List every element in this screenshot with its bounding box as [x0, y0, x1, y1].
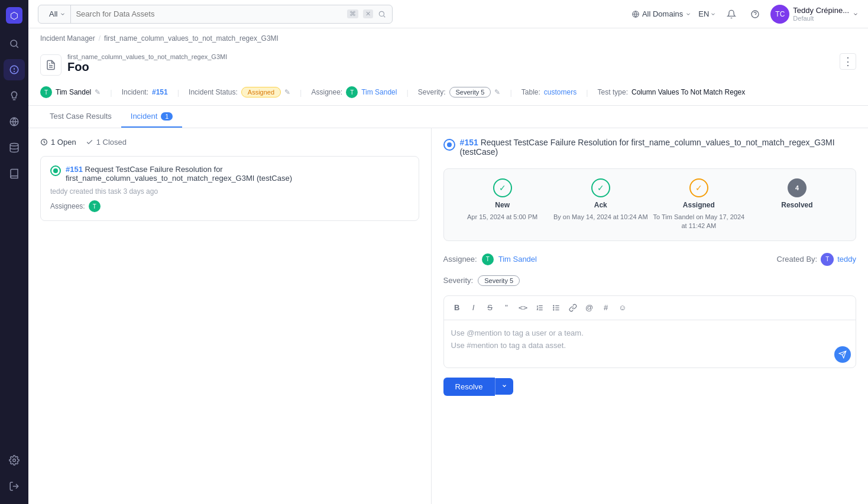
incident-card-assignees: Assignees: T	[50, 200, 409, 212]
step-assigned-icon: ✓	[689, 178, 708, 197]
creator-avatar: T	[821, 253, 834, 266]
step-ack-name: Ack	[594, 201, 607, 209]
resolve-dropdown-button[interactable]	[495, 378, 513, 395]
user-details: Teddy Crépine... Default	[793, 6, 849, 22]
meta-table: Table: customers	[522, 88, 576, 96]
detail-severity-row: Severity: Severity 5	[443, 275, 856, 286]
tab-test-case-label: Test Case Results	[50, 112, 112, 121]
globe-icon[interactable]	[4, 111, 25, 132]
edit-user-icon[interactable]: ✎	[95, 88, 101, 96]
all-dropdown[interactable]: All	[44, 5, 71, 23]
clock-icon	[40, 138, 48, 146]
check-icon	[86, 138, 93, 146]
edit-status-icon[interactable]: ✎	[284, 88, 290, 96]
bell-icon[interactable]	[723, 6, 740, 22]
svg-point-26	[553, 307, 553, 308]
domain-selector[interactable]: All Domains	[631, 9, 691, 18]
tab-incident-label: Incident	[131, 112, 158, 121]
svg-point-27	[553, 310, 553, 310]
tab-incident[interactable]: Incident 1	[121, 106, 183, 128]
editor-body[interactable]: Use @mention to tag a user or a team. Us…	[444, 320, 856, 368]
meta-status: Incident Status: Assigned ✎	[189, 87, 290, 97]
hashtag-button[interactable]: #	[599, 301, 613, 315]
tabs: Test Case Results Incident 1	[28, 106, 868, 128]
table-value[interactable]: customers	[544, 88, 576, 96]
assignee-name[interactable]: Tim Sandel	[361, 88, 397, 96]
strikethrough-button[interactable]: S	[483, 301, 497, 315]
unordered-list-button[interactable]	[549, 301, 563, 315]
search-icon	[378, 10, 386, 18]
assignees-label: Assignees:	[50, 202, 85, 210]
detail-meta-left: Assignee: T Tim Sandel	[443, 253, 537, 265]
logout-icon[interactable]	[4, 476, 25, 497]
more-options-button[interactable]: ⋮	[840, 53, 856, 70]
ordered-list-button[interactable]	[533, 301, 547, 315]
step-assigned-date: To Tim Sandel on May 17, 2024 at 11:42 A…	[650, 213, 748, 231]
severity-label: Severity:	[418, 88, 446, 96]
editor-toolbar: B I S " <> @	[444, 296, 856, 320]
search-sidebar-icon[interactable]	[4, 33, 25, 54]
tab-test-case[interactable]: Test Case Results	[40, 106, 121, 128]
settings-icon[interactable]	[4, 450, 25, 471]
book-icon[interactable]	[4, 163, 25, 184]
bulb-icon[interactable]	[4, 85, 25, 106]
detail-assignee-label: Assignee:	[443, 255, 477, 264]
resolve-btn-group: Resolve	[443, 378, 856, 396]
svg-point-0	[11, 40, 17, 47]
resolve-button[interactable]: Resolve	[443, 378, 495, 396]
detail-assignee-name[interactable]: Tim Sandel	[498, 255, 537, 264]
emoji-button[interactable]: ☺	[616, 301, 630, 315]
page-title-name: first_name_column_values_to_not_match_re…	[67, 53, 227, 60]
search-bar[interactable]: All ⌘ ✕	[38, 5, 393, 24]
creator-name[interactable]: teddy	[837, 255, 856, 264]
quote-button[interactable]: "	[500, 301, 514, 315]
link-button[interactable]	[566, 301, 580, 315]
detail-incident-id: #151	[460, 138, 478, 147]
meta-assignee: Assignee: T Tim Sandel	[311, 86, 397, 98]
meta-row: T Tim Sandel ✎ | Incident: #151 | Incide…	[28, 83, 868, 106]
assignee-label: Assignee:	[311, 88, 342, 96]
placeholder-line2: Use #mention to tag a data asset.	[451, 340, 848, 352]
incident-label: Incident:	[122, 88, 148, 96]
step-ack: ✓ Ack By on May 14, 2024 at 10:24 AM	[552, 178, 650, 231]
incident-status-badge[interactable]: Assigned	[241, 87, 281, 97]
search-input[interactable]	[76, 9, 342, 18]
incident-icon[interactable]	[4, 59, 25, 80]
page: Incident Manager / first_name_column_val…	[28, 28, 868, 504]
step-new: ✓ New Apr 15, 2024 at 5:00 PM	[454, 178, 552, 231]
meta-test-type: Test type: Column Values To Not Match Re…	[598, 88, 746, 96]
body-split: 1 Open 1 Closed #151 Request T	[28, 128, 868, 504]
user-name: Teddy Crépine...	[793, 6, 849, 15]
logo-icon[interactable]: ⬡	[6, 7, 22, 24]
step-resolved-name: Resolved	[781, 201, 812, 209]
edit-severity-icon[interactable]: ✎	[494, 88, 500, 96]
all-label: All	[49, 9, 57, 18]
code-button[interactable]: <>	[516, 301, 530, 315]
page-title-main: Foo	[67, 60, 227, 74]
step-new-date: Apr 15, 2024 at 5:00 PM	[467, 213, 537, 222]
meta-user-avatar: T	[40, 86, 52, 98]
bold-button[interactable]: B	[450, 301, 464, 315]
user-info[interactable]: TC Teddy Crépine... Default	[770, 5, 859, 24]
incident-card-meta: teddy created this task 3 days ago	[50, 187, 409, 196]
main-content: All ⌘ ✕ All Domains EN	[28, 0, 868, 504]
lang-selector[interactable]: EN	[698, 9, 716, 18]
incident-card[interactable]: #151 Request TestCase Failure Resolution…	[40, 156, 419, 221]
database-icon[interactable]	[4, 137, 25, 158]
status-steps: ✓ New Apr 15, 2024 at 5:00 PM ✓ Ack By o…	[443, 168, 856, 241]
incident-assignee-avatar: T	[89, 200, 101, 212]
test-type-label: Test type:	[598, 88, 628, 96]
right-panel: #151 Request TestCase Failure Resolution…	[432, 128, 868, 504]
send-button[interactable]	[834, 346, 851, 363]
incident-id[interactable]: #151	[152, 88, 168, 96]
incident-card-id[interactable]: #151	[66, 165, 83, 174]
step-ack-date: By on May 14, 2024 at 10:24 AM	[553, 213, 648, 222]
help-icon[interactable]	[747, 6, 763, 22]
step-ack-icon: ✓	[591, 178, 610, 197]
breadcrumb-parent[interactable]: Incident Manager	[40, 34, 95, 43]
italic-button[interactable]: I	[467, 301, 481, 315]
incident-card-header: #151 Request TestCase Failure Resolution…	[50, 165, 409, 183]
mention-button[interactable]: @	[582, 301, 597, 315]
incidents-header: 1 Open 1 Closed	[40, 138, 419, 147]
page-header: first_name_column_values_to_not_match_re…	[28, 48, 868, 83]
